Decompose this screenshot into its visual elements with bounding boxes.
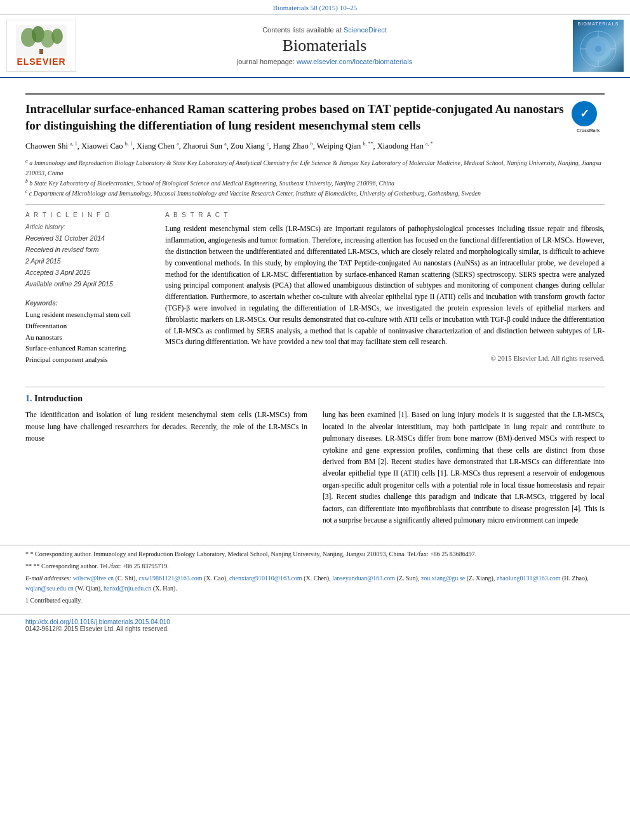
footnote-corresponding-1: * * Corresponding author. Immunology and… [25, 549, 605, 559]
article-info-heading: A R T I C L E I N F O [25, 211, 152, 218]
crossmark-icon: ✓ [572, 101, 597, 126]
journal-homepage-link[interactable]: www.elsevier.com/locate/biomaterials [297, 58, 412, 65]
elsevier-logo-text: ELSEVIER [17, 57, 65, 67]
keyword-3: Au nanostars [25, 332, 152, 343]
date-received: Received 31 October 2014 [25, 233, 152, 244]
bottom-bar: http://dx.doi.org/10.1016/j.biomaterials… [0, 614, 630, 636]
cover-pattern [576, 29, 620, 70]
footnote-contributed: 1 Contributed equally. [25, 596, 605, 606]
header-area: ELSEVIER Contents lists available at Sci… [0, 15, 630, 78]
email-link-shi[interactable]: wilscw@live.cn [73, 575, 114, 582]
date-online: Available online 29 April 2015 [25, 279, 152, 290]
email-label: E-mail addresses: [25, 575, 71, 582]
article-title-text: Intracellular surface-enhanced Raman sca… [25, 102, 564, 132]
date-revised: 2 April 2015 [25, 256, 152, 267]
body-two-col: The identification and isolation of lung… [25, 409, 605, 526]
doi-text: Biomaterials 58 (2015) 10–25 [273, 4, 357, 11]
affiliation-a: a a Immunology and Reproduction Biology … [25, 157, 605, 177]
journal-title: Biomaterials [283, 36, 367, 55]
affiliation-c: c c Department of Microbiology and Immun… [25, 188, 605, 198]
article-dates: Received 31 October 2014 Received in rev… [25, 233, 152, 290]
keywords-label: Keywords: [25, 300, 152, 307]
section-title: Introduction [34, 394, 83, 403]
crossmark-text: CrossMark [572, 128, 605, 133]
cover-label: Biomaterials [578, 22, 619, 26]
article-history-label: Article history: [25, 223, 152, 230]
elsevier-logo: ELSEVIER [6, 20, 76, 72]
keyword-2: Differentiation [25, 321, 152, 332]
header-center: Contents lists available at ScienceDirec… [83, 20, 566, 72]
email-link-han[interactable]: hanxd@nju.edu.cn [104, 585, 151, 592]
body-divider [25, 387, 605, 387]
article-area: Intracellular surface-enhanced Raman sca… [0, 78, 630, 374]
section-1-heading: 1. Introduction [25, 394, 605, 404]
affiliations: a a Immunology and Reproduction Biology … [25, 157, 605, 198]
email-link-xiang[interactable]: zou.xiang@gu.se [421, 575, 465, 582]
article-title: Intracellular surface-enhanced Raman sca… [25, 101, 605, 133]
keywords-list: Lung resident mesenchymal stem cell Diff… [25, 309, 152, 365]
copyright-line: © 2015 Elsevier Ltd. All rights reserved… [165, 354, 605, 362]
issn-text: 0142-9612/© 2015 Elsevier Ltd. All right… [25, 625, 169, 632]
keyword-4: Surface-enhanced Raman scattering [25, 343, 152, 354]
sciencedirect-line: Contents lists available at ScienceDirec… [262, 26, 387, 34]
journal-homepage-line: journal homepage: www.elsevier.com/locat… [237, 58, 412, 65]
footnotes-area: * * Corresponding author. Immunology and… [0, 545, 630, 611]
article-divider [25, 204, 605, 205]
date-revised-label: Received in revised form [25, 244, 152, 256]
footnote-emails: E-mail addresses: wilscw@live.cn (C. Shi… [25, 573, 605, 594]
body-col-left: The identification and isolation of lung… [25, 409, 307, 526]
body-col-left-text: The identification and isolation of lung… [25, 409, 307, 444]
email-link-cao[interactable]: cxw19861121@163.com [138, 575, 202, 582]
svg-rect-5 [39, 49, 43, 54]
sciencedirect-link[interactable]: ScienceDirect [344, 26, 387, 34]
email-link-chen[interactable]: chenxiang910110@163.com [229, 575, 302, 582]
body-area: 1. Introduction The identification and i… [0, 374, 630, 538]
svg-point-9 [595, 46, 601, 52]
email-link-zhao[interactable]: zhaolung0131@163.com [497, 575, 561, 582]
authors-line: Chaowen Shi a, 1, Xiaowei Cao b, 1, Xian… [25, 140, 605, 152]
affiliation-b: b b State Key Laboratory of Bioelectroni… [25, 178, 605, 188]
svg-point-4 [51, 29, 63, 44]
elsevier-tree-icon [16, 25, 67, 57]
doi-link[interactable]: http://dx.doi.org/10.1016/j.biomaterials… [25, 618, 170, 625]
keyword-1: Lung resident mesenchymal stem cell [25, 309, 152, 321]
date-accepted: Accepted 3 April 2015 [25, 267, 152, 279]
header-divider [25, 93, 605, 95]
section-number: 1. [25, 394, 32, 403]
abstract-text: Lung resident mesenchymal stem cells (LR… [165, 223, 605, 348]
email-link-sun[interactable]: lanseyunduan@163.com [332, 575, 395, 582]
journal-cover-image: Biomaterials [573, 20, 624, 72]
keyword-5: Principal component analysis [25, 354, 152, 366]
abstract-heading: A B S T R A C T [165, 211, 605, 218]
article-info-abstract-section: A R T I C L E I N F O Article history: R… [25, 211, 605, 365]
abstract-column: A B S T R A C T Lung resident mesenchyma… [165, 211, 605, 365]
footnote-corresponding-2: ** ** Corresponding author. Tel./fax: +8… [25, 561, 605, 571]
crossmark-badge[interactable]: ✓ CrossMark [572, 101, 605, 134]
doi-bar: Biomaterials 58 (2015) 10–25 [0, 0, 630, 15]
article-info-column: A R T I C L E I N F O Article history: R… [25, 211, 152, 365]
body-col-right: lung has been examined [1]. Based on lun… [323, 409, 605, 526]
body-col-right-text: lung has been examined [1]. Based on lun… [323, 409, 605, 526]
email-link-qian[interactable]: wqian@seu.edu.cn [25, 585, 74, 592]
